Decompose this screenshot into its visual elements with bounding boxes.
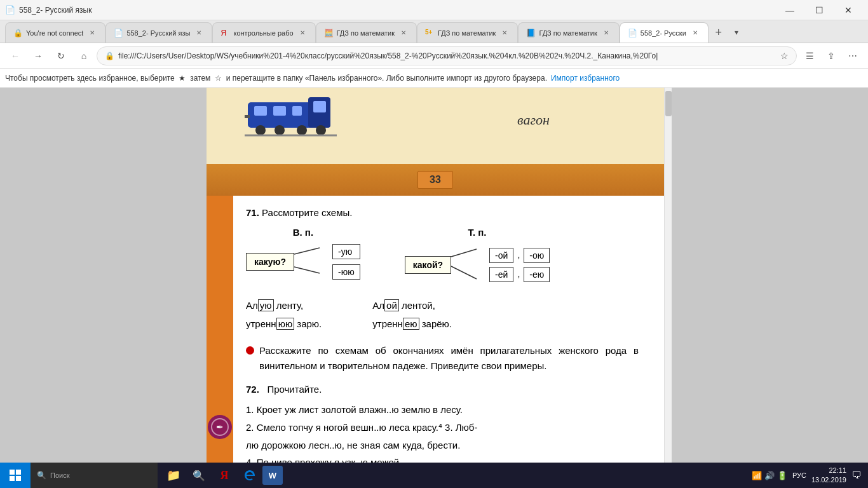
page-view: вагон 33 ✒: [0, 88, 868, 463]
language-indicator[interactable]: РУС: [792, 471, 806, 479]
taskbar-edge-button[interactable]: [237, 463, 262, 488]
train-window-3: [292, 106, 302, 116]
win-logo-tl: [10, 470, 15, 475]
example-left-1: Алую ленту,: [246, 297, 322, 315]
ex72-line-2: 2. Смело топчу я ногой вешн..ю леса крас…: [246, 419, 639, 437]
page-header-image: вагон: [207, 88, 664, 164]
tab-5[interactable]: 5+ ГДЗ по математик ✕: [417, 22, 518, 43]
tab-2[interactable]: 📄 558_2- Русский язы ✕: [105, 22, 212, 43]
content-with-sidebar: ✒ 71. Рассмотрите схемы.: [207, 196, 664, 463]
address-bar[interactable]: 🔒 file:///C:/Users/User/Desktop/WS/учебн…: [97, 46, 797, 65]
ex72-line-4: 4. По ниве прохожу я узк..ю межой...: [246, 454, 639, 463]
tp-endings-bot-row: -ей , -ею: [489, 267, 550, 282]
favorites-bar: Чтобы просмотреть здесь избранное, выбер…: [0, 69, 868, 88]
start-button[interactable]: [0, 463, 31, 488]
win-logo-tr: [16, 470, 21, 475]
tab-close-7[interactable]: ✕: [690, 28, 700, 38]
tab-1[interactable]: 🔒 You're not connect ✕: [5, 22, 105, 43]
vp-diagram-row: какую? -ую -юю: [246, 244, 360, 280]
maximize-button[interactable]: ☐: [804, 0, 834, 20]
tab-6[interactable]: 📘 ГДЗ по математик ✕: [518, 22, 619, 43]
tab-close-6[interactable]: ✕: [601, 28, 611, 38]
diagram-vp: В. п. какую?: [246, 227, 360, 280]
example-right-2: утреннею зарёю.: [372, 315, 452, 334]
train-image: [245, 97, 337, 140]
title-bar: 📄 558_2- Русский язык — ☐ ✕: [0, 0, 868, 20]
ending-yuyu: юю: [276, 318, 295, 330]
home-button[interactable]: ⌂: [74, 46, 94, 66]
train-wheel-2: [275, 125, 285, 135]
book-text-content: 71. Рассмотрите схемы. В. п. какую?: [233, 196, 664, 463]
red-bullet-icon: [246, 346, 254, 355]
read-mode-button[interactable]: ☰: [799, 46, 820, 66]
back-button[interactable]: ←: [5, 46, 25, 66]
tab-label-1: You're not connect: [26, 29, 83, 37]
left-margin: [0, 88, 207, 463]
tp-ending-oju: -ою: [524, 248, 550, 263]
ex72-header: 72. Прочитайте.: [246, 384, 639, 395]
tab-favicon-1: 🔒: [13, 29, 22, 37]
example-left-2: утреннюю зарю.: [246, 315, 322, 334]
tp-endings-outer: -ой , -ою -ей , -ею: [489, 248, 550, 282]
import-favorites-link[interactable]: Импорт избранного: [551, 74, 620, 83]
tp-arrow-top1: [451, 249, 477, 257]
tab-favicon-3: Я: [220, 29, 229, 37]
diagram-tp: Т. п. какой?: [405, 227, 550, 285]
tp-diagram-row: какой? -ой: [405, 244, 550, 285]
sidebar-badge-inner: ✒: [211, 418, 229, 436]
train-window-2: [273, 106, 286, 116]
tab-label-4: ГДЗ по математик: [337, 29, 395, 37]
taskbar: 🔍 Поиск 📁 🔍 Я W 📶 🔊 🔋 РУС 22:11 13.: [0, 463, 868, 488]
tab-list-button[interactable]: ▾: [729, 22, 744, 43]
taskbar-apps: 📁 🔍 Я W: [158, 463, 752, 488]
tab-label-7: 558_2- Русски: [641, 29, 686, 37]
tab-favicon-7: 📄: [628, 29, 637, 37]
system-icons: 📶 🔊 🔋: [752, 471, 787, 480]
network-icon: 📶: [752, 471, 762, 480]
favorite-star-icon[interactable]: ☆: [780, 51, 789, 61]
vertical-scrollbar[interactable]: [664, 88, 672, 463]
refresh-button[interactable]: ↻: [51, 46, 71, 66]
train-wheel-4: [316, 125, 326, 135]
content-area: вагон 33 ✒: [0, 88, 868, 463]
train-coupler: [245, 115, 250, 118]
window-controls: — ☐ ✕: [775, 0, 863, 20]
tab-close-1[interactable]: ✕: [87, 28, 97, 38]
sidebar-decoration: ✒: [208, 415, 232, 439]
favorites-hint-text: Чтобы просмотреть здесь избранное, выбер…: [5, 74, 547, 83]
date-display: 13.02.2019: [811, 475, 846, 485]
minimize-button[interactable]: —: [775, 0, 804, 20]
share-button[interactable]: ⇪: [821, 46, 841, 66]
forward-button[interactable]: →: [28, 46, 48, 66]
navigation-bar: ← → ↻ ⌂ 🔒 file:///C:/Users/User/Desktop/…: [0, 43, 868, 69]
toolbar-right: ☰ ⇪ ⋯: [799, 46, 863, 66]
new-tab-button[interactable]: +: [709, 22, 729, 43]
taskbar-search[interactable]: 🔍 Поиск: [31, 463, 158, 488]
taskbar-explorer-button[interactable]: 📁: [161, 463, 186, 488]
train-window-cab: [313, 101, 326, 112]
tab-close-5[interactable]: ✕: [499, 28, 510, 38]
train-window-1: [254, 106, 267, 116]
lang-text: РУС: [792, 471, 806, 479]
example-sentences: Алую ленту, утреннюю зарю. Алой лентой, …: [246, 297, 639, 333]
taskbar-word-button[interactable]: W: [262, 466, 283, 485]
taskbar-yandex-button[interactable]: Я: [212, 463, 237, 488]
scrollbar-thumb[interactable]: [665, 91, 672, 116]
tab-close-2[interactable]: ✕: [194, 28, 204, 38]
more-button[interactable]: ⋯: [843, 46, 863, 66]
tab-3[interactable]: Я контрольные рабо ✕: [212, 22, 315, 43]
tp-arrow-bot1: [451, 266, 477, 279]
ending-oj: ой: [384, 299, 399, 311]
tab-close-3[interactable]: ✕: [297, 28, 308, 38]
tab-favicon-2: 📄: [114, 29, 123, 37]
notification-button[interactable]: 🗨: [851, 470, 862, 481]
tab-4[interactable]: 🧮 ГДЗ по математик ✕: [316, 22, 417, 43]
tab-7[interactable]: 📄 558_2- Русски ✕: [620, 22, 709, 43]
tab-close-4[interactable]: ✕: [398, 28, 409, 38]
taskbar-cortana-button[interactable]: 🔍: [186, 463, 212, 488]
page-number-bar: 33: [207, 164, 664, 196]
tab-favicon-6: 📘: [526, 29, 535, 37]
search-icon: 🔍: [37, 471, 46, 480]
bullet-instruction: Расскажите по схемам об окончаниях имён …: [246, 343, 639, 374]
close-button[interactable]: ✕: [834, 0, 863, 20]
